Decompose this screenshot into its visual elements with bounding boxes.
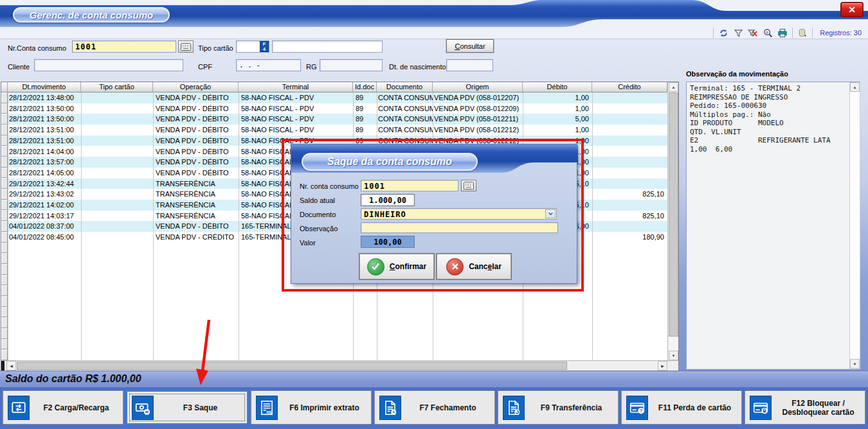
table-cell: 28/12/2021 14:04:00 — [8, 146, 81, 157]
row-indicator[interactable] — [1, 200, 8, 211]
f3-saque-button[interactable]: F3 Saque — [126, 390, 248, 425]
f12-bloquear-desbloquear-button[interactable]: F12 Bloquear / Desbloquear cartão — [745, 390, 865, 425]
column-header[interactable]: Operação — [153, 82, 239, 92]
row-indicator[interactable] — [1, 92, 8, 103]
dt-nascimento-input[interactable] — [446, 59, 493, 71]
row-indicator[interactable] — [1, 221, 8, 232]
observacao-scrollbar[interactable]: ▲ ▼ — [849, 82, 860, 369]
dialog-valor-input[interactable]: 100,00 — [361, 236, 415, 248]
table-cell: 1,00 — [523, 92, 592, 103]
table-cell: VENDA PDV - DÉBITO — [153, 136, 239, 146]
column-header[interactable]: Terminal — [239, 82, 353, 92]
row-indicator[interactable] — [1, 189, 8, 200]
confirmar-button[interactable]: Confirmar — [359, 254, 434, 279]
scroll-down-icon[interactable]: ▼ — [669, 351, 678, 360]
f2-carga-recarga-button[interactable]: F2 Carga/Recarga — [3, 390, 123, 425]
filter-icon[interactable] — [733, 28, 743, 38]
row-indicator[interactable] — [1, 307, 8, 318]
f11-perda-cartao-button[interactable]: ? F11 Perda de cartão — [621, 390, 742, 425]
vertical-scroll-thumb[interactable] — [669, 92, 678, 337]
row-indicator[interactable] — [1, 339, 8, 350]
dialog-valor-label: Valor — [300, 239, 316, 247]
page-title: Gerenc. de conta consumo — [30, 10, 154, 21]
table-cell — [81, 157, 153, 168]
close-button[interactable]: ✕ — [840, 2, 863, 17]
row-indicator[interactable] — [1, 253, 8, 264]
column-header[interactable]: Origem — [433, 82, 523, 92]
scroll-down-icon[interactable]: ▼ — [850, 359, 860, 369]
row-indicator[interactable] — [1, 296, 8, 307]
refresh-icon[interactable] — [718, 28, 728, 38]
search-records-icon[interactable]: n — [763, 28, 773, 38]
cpf-input[interactable]: . . - — [236, 59, 301, 71]
row-indicator[interactable] — [1, 243, 8, 254]
row-indicator[interactable] — [1, 317, 8, 328]
table-row[interactable]: 28/12/2021 13:50:00VENDA PDV - DÉBITO58-… — [8, 114, 667, 125]
f11-label: F11 Perda de cartão — [648, 403, 741, 412]
f2-label: F2 Carga/Recarga — [30, 403, 123, 412]
horizontal-scrollbar[interactable]: ◀ ▶ — [1, 360, 678, 371]
horizontal-scroll-thumb[interactable] — [17, 362, 567, 370]
row-indicator[interactable] — [1, 103, 8, 114]
row-indicator[interactable] — [1, 264, 8, 275]
consultar-button[interactable]: Consultar — [446, 39, 494, 53]
column-separator — [592, 92, 593, 360]
row-indicator[interactable] — [1, 168, 8, 179]
column-header[interactable]: Dt.movimento — [8, 82, 81, 92]
close-x-icon — [446, 258, 464, 276]
row-indicator[interactable] — [1, 146, 8, 157]
column-header[interactable]: Id.doc — [353, 82, 377, 92]
row-indicator[interactable] — [1, 210, 8, 221]
table-cell — [592, 92, 667, 103]
dialog-documento-select[interactable]: DINHEIRO — [361, 208, 557, 220]
scroll-left-icon[interactable]: ◀ — [6, 361, 16, 371]
tipo-cartao-desc-input[interactable] — [272, 40, 383, 53]
column-header[interactable]: Débito — [523, 82, 592, 92]
rg-label: RG — [306, 63, 317, 71]
row-indicator[interactable] — [1, 232, 8, 243]
toolbar-separator — [792, 28, 793, 38]
nr-conta-label: Nr.Conta consumo — [8, 44, 66, 52]
nr-conta-input[interactable]: 1001 — [72, 40, 176, 53]
vertical-scrollbar[interactable]: ▲ ▼ — [667, 82, 678, 360]
f7-fechamento-button[interactable]: F7 Fechamento — [374, 390, 495, 425]
table-row[interactable]: 28/12/2021 13:48:00VENDA PDV - DÉBITO58-… — [8, 92, 667, 103]
f6-imprimir-extrato-button[interactable]: R$ F6 Imprimir extrato — [251, 390, 372, 425]
scroll-up-icon[interactable]: ▲ — [669, 82, 678, 92]
row-indicator[interactable] — [1, 114, 8, 125]
column-header[interactable]: Crédito — [592, 82, 667, 92]
row-indicator[interactable] — [1, 285, 8, 296]
chevron-down-icon[interactable] — [545, 209, 556, 218]
dt-nascimento-label: Dt. de nascimento — [389, 63, 446, 71]
dialog-observacao-input[interactable] — [361, 222, 558, 233]
column-header[interactable]: Tipo cartão — [81, 82, 153, 92]
dialog-nr-conta-input[interactable]: 1001 — [361, 180, 458, 191]
export-database-icon[interactable] — [797, 28, 808, 38]
table-row[interactable]: 28/12/2021 13:51:00VENDA PDV - DÉBITO58-… — [8, 125, 667, 136]
table-cell: VENDA PDV - DÉBITO — [153, 125, 239, 136]
row-indicator[interactable] — [1, 178, 8, 189]
document-clock-icon — [379, 396, 401, 420]
virtual-keyboard-button[interactable] — [178, 40, 194, 53]
table-cell: 825,10 — [592, 211, 667, 222]
rg-input[interactable] — [320, 59, 383, 71]
clear-filter-icon[interactable] — [748, 28, 758, 38]
f4-lookup-button[interactable]: F4 — [260, 41, 269, 52]
scroll-up-icon[interactable]: ▲ — [850, 82, 860, 92]
row-indicator[interactable] — [1, 328, 8, 339]
column-header[interactable]: Documento — [377, 82, 433, 92]
print-icon[interactable] — [777, 28, 788, 38]
row-indicator[interactable] — [1, 157, 8, 168]
table-cell — [81, 200, 153, 211]
row-indicator[interactable] — [1, 275, 8, 286]
table-row[interactable]: 28/12/2021 13:50:00VENDA PDV - DÉBITO58-… — [8, 103, 667, 114]
row-indicator[interactable] — [1, 349, 8, 360]
scroll-right-icon[interactable]: ▶ — [658, 361, 667, 371]
f9-transferencia-button[interactable]: F9 Transferência — [498, 390, 619, 425]
cliente-input[interactable] — [34, 59, 183, 71]
cancelar-button[interactable]: Cancelar — [437, 254, 511, 279]
table-cell: 89 — [353, 125, 377, 136]
row-indicator[interactable] — [1, 136, 8, 146]
row-indicator[interactable] — [1, 125, 8, 136]
dialog-virtual-keyboard-button[interactable] — [461, 180, 476, 191]
